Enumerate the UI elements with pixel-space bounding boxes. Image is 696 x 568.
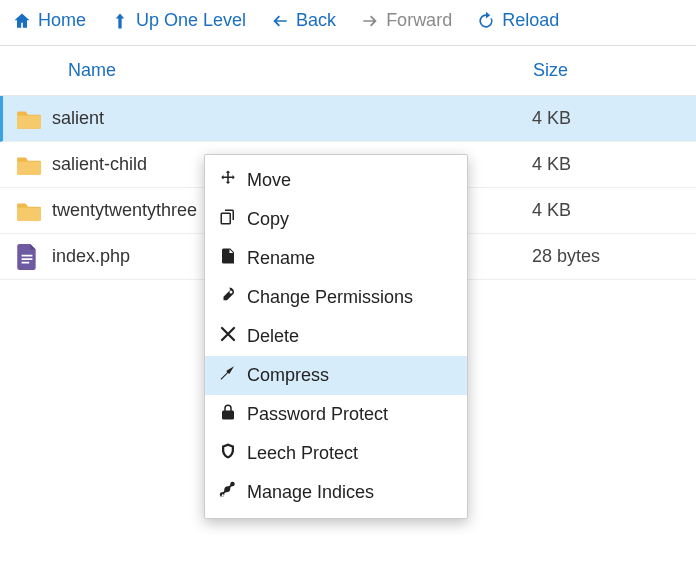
column-header-name[interactable]: Name (68, 60, 533, 81)
permissions-icon (219, 286, 237, 309)
context-menu: MoveCopyRenameChange PermissionsDeleteCo… (204, 154, 468, 519)
up-arrow-icon (110, 11, 130, 31)
copy-icon (219, 208, 237, 231)
forward-button[interactable]: Forward (360, 10, 452, 31)
toolbar: Home Up One Level Back Forward Reload (0, 0, 696, 46)
table-row[interactable]: salient4 KB (0, 96, 696, 142)
context-menu-label: Rename (247, 248, 315, 269)
context-menu-copy[interactable]: Copy (205, 200, 467, 239)
forward-label: Forward (386, 10, 452, 31)
home-icon (12, 11, 32, 31)
back-label: Back (296, 10, 336, 31)
back-arrow-icon (270, 11, 290, 31)
column-headers: Name Size (0, 46, 696, 96)
folder-icon (16, 108, 52, 130)
rename-icon (219, 247, 237, 270)
folder-icon (16, 154, 52, 176)
delete-icon (219, 325, 237, 348)
context-menu-label: Leech Protect (247, 443, 358, 464)
context-menu-label: Copy (247, 209, 289, 230)
context-menu-rename[interactable]: Rename (205, 239, 467, 278)
context-menu-delete[interactable]: Delete (205, 317, 467, 356)
home-button[interactable]: Home (12, 10, 86, 31)
file-size: 28 bytes (532, 246, 696, 267)
indices-icon (219, 481, 237, 504)
back-button[interactable]: Back (270, 10, 336, 31)
file-size: 4 KB (532, 108, 696, 129)
file-icon (16, 244, 52, 270)
context-menu-label: Change Permissions (247, 287, 413, 308)
move-icon (219, 169, 237, 192)
reload-icon (476, 11, 496, 31)
context-menu-label: Move (247, 170, 291, 191)
up-one-level-button[interactable]: Up One Level (110, 10, 246, 31)
context-menu-label: Compress (247, 365, 329, 386)
context-menu-move[interactable]: Move (205, 161, 467, 200)
home-label: Home (38, 10, 86, 31)
context-menu-leech[interactable]: Leech Protect (205, 434, 467, 473)
context-menu-compress[interactable]: Compress (205, 356, 467, 395)
up-label: Up One Level (136, 10, 246, 31)
context-menu-label: Delete (247, 326, 299, 347)
file-size: 4 KB (532, 154, 696, 175)
leech-icon (219, 442, 237, 465)
reload-label: Reload (502, 10, 559, 31)
folder-icon (16, 200, 52, 222)
file-name: salient (52, 108, 532, 129)
context-menu-password[interactable]: Password Protect (205, 395, 467, 434)
compress-icon (219, 364, 237, 387)
context-menu-permissions[interactable]: Change Permissions (205, 278, 467, 317)
context-menu-label: Manage Indices (247, 482, 374, 503)
reload-button[interactable]: Reload (476, 10, 559, 31)
column-header-size[interactable]: Size (533, 60, 696, 81)
file-size: 4 KB (532, 200, 696, 221)
context-menu-indices[interactable]: Manage Indices (205, 473, 467, 512)
password-icon (219, 403, 237, 426)
forward-arrow-icon (360, 11, 380, 31)
context-menu-label: Password Protect (247, 404, 388, 425)
